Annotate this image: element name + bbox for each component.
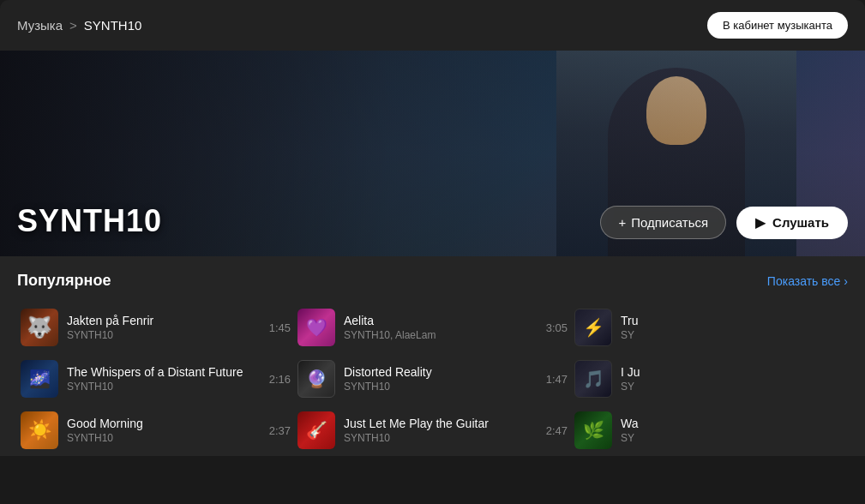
breadcrumb-artist: SYNTH10 [84, 18, 142, 33]
track-info: Distorted Reality SYNTH10 [344, 365, 538, 393]
track-name: I Ju [621, 365, 672, 379]
breadcrumb-music[interactable]: Музыка [17, 18, 63, 33]
track-name: Aelita [344, 314, 538, 327]
track-info: Aelita SYNTH10, AlaeLam [344, 314, 538, 341]
track-info: Tru SY [621, 314, 844, 341]
track-thumbnail [297, 411, 335, 449]
header: Музыка > SYNTH10 В кабинет музыканта [0, 0, 865, 51]
track-column-3: Tru SY I Ju SY Wa SY [571, 302, 848, 456]
listen-button[interactable]: ▶ Слушать [736, 207, 848, 239]
plus-icon: + [618, 215, 626, 230]
hero-banner: SYNTH10 + Подписаться ▶ Слушать [0, 51, 865, 256]
track-column-2: Aelita SYNTH10, AlaeLam 3:05 Distorted R… [294, 302, 571, 456]
tracks-grid: Jakten på Fenrir SYNTH10 1:45 The Whispe… [17, 302, 848, 456]
track-artist: SYNTH10 [67, 381, 261, 393]
artist-name: SYNTH10 [17, 203, 162, 239]
track-item[interactable]: Jakten på Fenrir SYNTH10 1:45 [17, 302, 294, 353]
track-item[interactable]: Just Let Me Play the Guitar SYNTH10 2:47 [294, 405, 571, 456]
track-artist: SY [621, 432, 844, 444]
track-duration: 1:47 [546, 373, 568, 386]
hero-content: SYNTH10 + Подписаться ▶ Слушать [17, 203, 848, 239]
track-artist: SYNTH10 [344, 381, 538, 393]
track-name: Wa [621, 417, 672, 430]
track-duration: 2:16 [269, 373, 291, 386]
track-duration: 2:47 [546, 424, 568, 437]
track-name: Just Let Me Play the Guitar [344, 417, 538, 430]
track-column-1: Jakten på Fenrir SYNTH10 1:45 The Whispe… [17, 302, 294, 456]
track-info: Jakten på Fenrir SYNTH10 [67, 314, 261, 341]
track-info: Just Let Me Play the Guitar SYNTH10 [344, 417, 538, 444]
track-thumbnail [574, 411, 612, 449]
track-duration: 3:05 [546, 321, 568, 334]
track-item[interactable]: The Whispers of a Distant Future SYNTH10… [17, 353, 294, 405]
chevron-right-icon: › [844, 274, 848, 288]
track-thumbnail [574, 309, 612, 346]
show-all-label: Показать все [767, 274, 840, 288]
track-name: The Whispers of a Distant Future [67, 365, 261, 379]
track-name: Distorted Reality [344, 365, 538, 379]
track-item[interactable]: Wa SY [571, 405, 848, 456]
track-thumbnail [21, 309, 58, 346]
track-item[interactable]: Tru SY [571, 302, 848, 353]
track-item[interactable]: Good Morning SYNTH10 2:37 [17, 405, 294, 456]
track-artist: SYNTH10 [67, 432, 261, 444]
track-thumbnail [21, 360, 58, 398]
track-artist: SY [621, 381, 844, 393]
track-info: Good Morning SYNTH10 [67, 417, 261, 444]
play-icon: ▶ [755, 215, 766, 231]
track-name: Tru [621, 314, 672, 327]
breadcrumb: Музыка > SYNTH10 [17, 18, 141, 33]
subscribe-button[interactable]: + Подписаться [600, 206, 726, 239]
popular-title: Популярное [17, 272, 111, 290]
track-info: I Ju SY [621, 365, 844, 393]
subscribe-label: Подписаться [631, 215, 708, 230]
hero-actions: + Подписаться ▶ Слушать [600, 206, 848, 239]
track-artist: SYNTH10 [67, 329, 261, 341]
track-artist: SYNTH10, AlaeLam [344, 329, 538, 341]
track-name: Jakten på Fenrir [67, 314, 261, 327]
track-thumbnail [21, 411, 58, 449]
track-artist: SYNTH10 [344, 432, 538, 444]
track-thumbnail [574, 360, 612, 398]
breadcrumb-separator: > [69, 18, 77, 33]
track-item[interactable]: Aelita SYNTH10, AlaeLam 3:05 [294, 302, 571, 353]
track-artist: SY [621, 329, 844, 341]
listen-label: Слушать [772, 215, 829, 230]
track-duration: 1:45 [269, 321, 291, 334]
track-name: Good Morning [67, 417, 261, 430]
musician-cabinet-button[interactable]: В кабинет музыканта [707, 12, 848, 39]
track-info: The Whispers of a Distant Future SYNTH10 [67, 365, 261, 393]
track-item[interactable]: I Ju SY [571, 353, 848, 405]
track-duration: 2:37 [269, 424, 291, 437]
track-info: Wa SY [621, 417, 844, 444]
track-thumbnail [297, 309, 335, 346]
track-item[interactable]: Distorted Reality SYNTH10 1:47 [294, 353, 571, 405]
show-all-button[interactable]: Показать все › [767, 274, 848, 288]
track-thumbnail [297, 360, 335, 398]
content-section: Популярное Показать все › Jakten på Fenr… [0, 256, 865, 456]
section-header: Популярное Показать все › [17, 272, 848, 290]
